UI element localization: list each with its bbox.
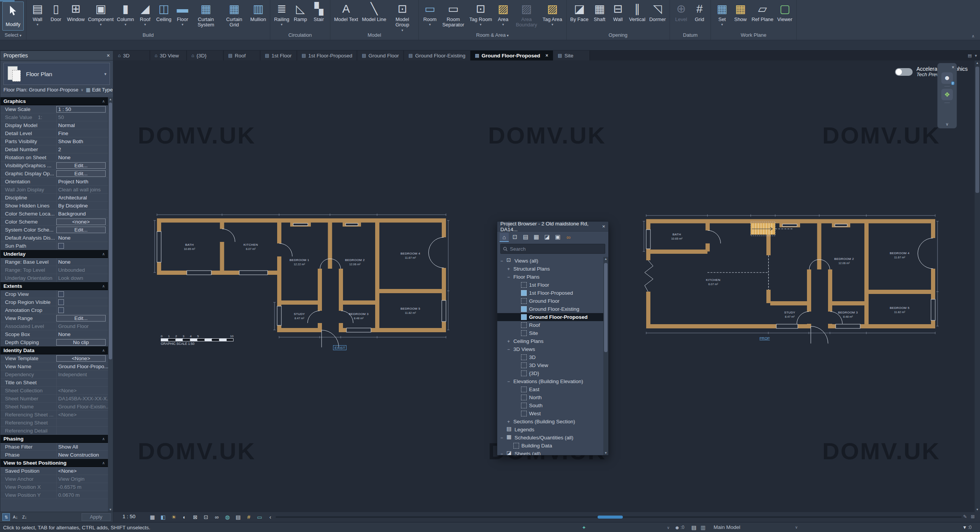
property-value[interactable]: <None> xyxy=(56,467,108,475)
scroll-down-icon[interactable]: ▼ xyxy=(603,451,608,455)
expander[interactable]: + xyxy=(507,419,513,424)
property-value[interactable] xyxy=(56,242,108,250)
scroll-up-icon[interactable]: ▲ xyxy=(108,98,113,101)
property-value[interactable]: Edit... xyxy=(56,162,106,169)
tree-item[interactable]: − Floor Plans xyxy=(497,273,603,281)
tree-item[interactable]: {3D} xyxy=(497,369,603,377)
tree-item[interactable]: Roof xyxy=(497,321,603,329)
ribbon-button[interactable]: ▨ Area Boundary ▾ xyxy=(513,2,540,28)
property-value[interactable]: None xyxy=(56,258,108,266)
property-value[interactable] xyxy=(56,298,108,306)
view-tab[interactable]: ▤ Site × xyxy=(553,51,590,60)
tab-list-icon[interactable]: ▤ xyxy=(968,53,972,58)
property-value[interactable]: Clean all wall joins xyxy=(56,186,108,193)
ribbon-button[interactable]: A Model Text ▾ xyxy=(333,2,360,22)
ribbon-button[interactable]: ◢ Roof ▾ xyxy=(136,2,154,26)
drawing-area[interactable]: DOMV.UKDOMV.UKDOMV.UKDOMV.UKDOMV.UKDOMV.… xyxy=(113,60,975,512)
property-value[interactable]: Independent xyxy=(56,370,108,378)
avatar-icon[interactable]: ☻2 xyxy=(941,72,953,84)
type-selector[interactable]: Floor Plan ▾ xyxy=(3,63,110,85)
reveal-constraints-icon[interactable]: # xyxy=(244,513,253,521)
property-value[interactable]: Ground Floor-Propo... xyxy=(56,362,108,370)
property-value[interactable]: 0.0670 m xyxy=(56,491,108,499)
workset-list-icon[interactable]: ▥ xyxy=(701,522,706,532)
property-value[interactable]: 2 xyxy=(56,145,108,153)
view-tab[interactable]: ⌂ {3D} × xyxy=(187,51,224,60)
property-value[interactable] xyxy=(56,306,108,314)
close-icon[interactable]: × xyxy=(546,53,548,58)
ribbon-button[interactable]: ▨ Area ▾ xyxy=(494,2,512,26)
collapse-icon[interactable]: ‹ xyxy=(266,513,275,521)
view-tab[interactable]: ▤ 1st Floor-Proposed × xyxy=(297,51,357,60)
property-value[interactable]: <none> xyxy=(56,219,106,225)
tree-item[interactable]: Ground Floor-Proposed xyxy=(497,313,603,321)
temporary-view-properties-icon[interactable]: ▤ xyxy=(234,513,243,521)
property-value[interactable]: No clip xyxy=(56,339,106,346)
tree-item[interactable]: Ground Floor-Existing xyxy=(497,305,603,313)
ribbon-button[interactable]: ▥ Mullion ▾ xyxy=(249,2,268,22)
expander[interactable]: − xyxy=(507,347,513,352)
chevron-down-icon[interactable]: ▾ xyxy=(104,72,106,77)
worksets-icon[interactable]: ✦ xyxy=(582,522,586,532)
property-value[interactable]: Unbounded xyxy=(56,266,108,274)
property-value[interactable]: Look down xyxy=(56,274,108,282)
ribbon-button[interactable]: ▤ Wall ▾ xyxy=(29,2,46,26)
ribbon-button[interactable]: ▣ Component ▾ xyxy=(87,2,114,26)
tree-item[interactable]: Ground Floor xyxy=(497,297,603,305)
ribbon-button[interactable]: ◹ Dormer ▾ xyxy=(648,2,667,22)
property-value[interactable]: Architectural xyxy=(56,194,108,201)
property-value[interactable]: By Discipline xyxy=(56,202,108,209)
ribbon-button[interactable]: ▦ Curtain System ▾ xyxy=(192,2,220,28)
ribbon-group-label[interactable]: Room & Area xyxy=(419,31,566,40)
tree-item[interactable]: 1st Floor-Proposed xyxy=(497,289,603,297)
property-value[interactable]: None xyxy=(56,153,108,161)
ribbon-button[interactable]: ◫ Ceiling ▾ xyxy=(155,2,173,22)
tree-item[interactable]: − Elevations (Building Elevation) xyxy=(497,377,603,385)
expander[interactable]: − xyxy=(507,379,513,384)
tree-item[interactable]: Site xyxy=(497,329,603,337)
sort-ascending-icon[interactable]: A↓ xyxy=(11,513,19,521)
edit-type-button[interactable]: ▦ Edit Type xyxy=(86,87,113,93)
tree-item[interactable]: − Views (all) xyxy=(497,257,603,265)
horizontal-scrollbar[interactable] xyxy=(276,516,962,518)
property-value[interactable]: Ground Floor xyxy=(56,322,108,330)
expander[interactable]: + xyxy=(507,266,513,272)
ribbon-button[interactable]: ⊟ Wall ▾ xyxy=(609,2,627,22)
ribbon-button[interactable]: ⊡ Model Group ▾ xyxy=(389,2,416,32)
view-scale-button[interactable]: 1 : 50 xyxy=(122,514,136,519)
ribbon-button[interactable]: ⊕ Level ▾ xyxy=(672,2,690,22)
accelerated-graphics-toggle[interactable] xyxy=(895,68,913,76)
instance-selector-value[interactable]: Floor Plan: Ground Floor-Propose xyxy=(3,87,78,93)
property-value[interactable]: Project North xyxy=(56,178,108,185)
close-icon[interactable]: × xyxy=(952,65,954,70)
worksharing-display-icon[interactable]: ▭ xyxy=(255,513,264,521)
property-value[interactable] xyxy=(56,427,108,434)
view-tab[interactable]: ⌂ 3D × xyxy=(113,51,150,60)
tree-item[interactable]: East xyxy=(497,385,603,393)
tree-item[interactable]: − Sheets (all) xyxy=(497,450,603,455)
scroll-down-icon[interactable]: ▼ xyxy=(975,508,980,511)
chevron-down-icon[interactable]: ∨ xyxy=(667,522,670,532)
tree-item[interactable]: West xyxy=(497,410,603,418)
view-tab[interactable]: ▤ 1st Floor × xyxy=(260,51,297,60)
tree-item[interactable]: North xyxy=(497,393,603,401)
ribbon-button[interactable]: ▱ Ref Plane ▾ xyxy=(750,2,775,22)
property-value[interactable] xyxy=(67,459,108,467)
sort-descending-icon[interactable]: Z↓ xyxy=(21,513,28,521)
property-value[interactable]: Edit... xyxy=(56,315,106,321)
view-tab[interactable]: ⌂ 3D View × xyxy=(150,51,187,60)
view-tab[interactable]: ▤ Ground Floor × xyxy=(357,51,404,60)
detail-level-icon[interactable]: ◧ xyxy=(158,513,168,521)
property-value[interactable] xyxy=(56,379,108,386)
close-icon[interactable]: × xyxy=(107,52,110,59)
property-value[interactable]: None xyxy=(56,330,108,338)
ribbon-button[interactable]: ≣ Railing ▾ xyxy=(273,2,291,26)
sort-default-icon[interactable]: ⇅ xyxy=(2,513,10,521)
properties-scrollbar[interactable]: ▲ ▼ xyxy=(108,97,113,512)
ribbon-button[interactable]: ▦ Shaft ▾ xyxy=(591,2,608,22)
browser-sheets-icon[interactable]: ◪ xyxy=(542,233,552,242)
property-value[interactable]: 1 : 50 xyxy=(56,106,106,113)
property-value[interactable] xyxy=(24,435,108,442)
ribbon-button[interactable]: ╲ Model Line ▾ xyxy=(360,2,388,22)
vertical-scrollbar[interactable]: ▲ ▼ xyxy=(975,60,980,512)
